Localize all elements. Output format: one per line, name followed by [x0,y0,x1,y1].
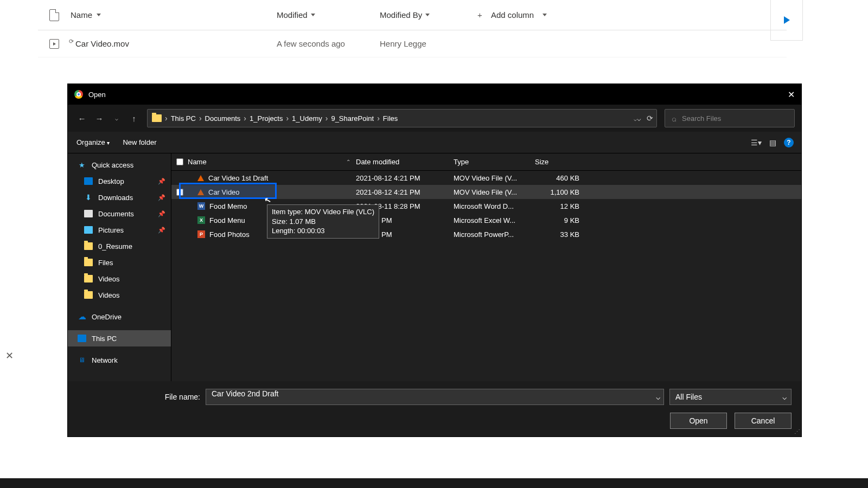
pin-icon: 📌 [158,194,165,201]
pin-icon: 📌 [158,178,165,185]
pc-icon [78,335,86,342]
sidebar-resume[interactable]: 0_Resume [68,238,171,254]
file-row[interactable]: Food Menu 11 8:29 PM Microsoft Excel W..… [171,213,801,227]
folder-icon [84,242,93,250]
close-button[interactable]: ✕ [788,89,795,100]
column-name[interactable]: Name⌃ [188,158,356,166]
sharepoint-column-headers: Name Modified Modified By + Add column [38,0,787,30]
column-size[interactable]: Size [535,158,584,166]
select-all-checkbox[interactable] [176,158,183,165]
taskbar[interactable] [0,478,868,488]
sidebar-videos[interactable]: Videos [68,271,171,287]
back-button[interactable] [74,111,90,126]
view-options-button[interactable]: ☰▾ [751,138,762,147]
sidebar-videos[interactable]: Videos [68,287,171,303]
sidebar-files[interactable]: Files [68,254,171,271]
column-date[interactable]: Date modified [356,158,454,166]
network-icon [78,356,86,364]
breadcrumb-item[interactable]: 1_Udemy [292,114,322,123]
folder-icon [84,259,93,266]
column-name[interactable]: Name [71,10,277,20]
chevron-down-icon [425,14,430,16]
cloud-icon [78,313,86,320]
file-icon [49,9,59,21]
sidebar-desktop[interactable]: Desktop📌 [68,173,171,189]
sync-icon: ⟳ [69,38,74,44]
chrome-icon [74,90,83,99]
sidebar-downloads[interactable]: Downloads📌 [68,189,171,206]
open-button[interactable]: Open [670,413,727,429]
play-button[interactable] [770,0,803,41]
vlc-icon [197,175,204,181]
column-modified[interactable]: Modified [277,10,380,20]
chevron-down-icon[interactable]: ⌵ [656,393,660,401]
chevron-down-icon [97,14,101,16]
titlebar: Open ✕ [68,84,801,105]
breadcrumb-item[interactable]: Documents [205,114,241,123]
chevron-down-icon [542,14,547,16]
file-row[interactable]: Car Video 1st Draft 2021-08-12 4:21 PM M… [171,171,801,185]
filename-input[interactable]: Car Video 2nd Draft⌵ [206,389,664,405]
search-input[interactable]: Search Files [665,109,795,127]
column-modified-by[interactable]: Modified By [380,10,477,20]
column-headers: Name⌃ Date modified Type Size [171,153,801,171]
sharepoint-list: Name Modified Modified By + Add column ⟳… [38,0,787,57]
file-list: Name⌃ Date modified Type Size Car Video … [171,153,801,381]
folder-icon [84,291,93,299]
dialog-title: Open [88,91,106,99]
breadcrumb-item[interactable]: 9_SharePoint [331,114,374,123]
file-filter-dropdown[interactable]: All Files⌵ [669,389,792,405]
column-type[interactable]: Type [454,158,535,166]
sidebar-this-pc[interactable]: This PC [68,330,171,346]
star-icon [78,161,86,169]
word-icon [197,202,205,210]
row-checkbox[interactable] [176,189,183,196]
breadcrumb-item[interactable]: 1_Projects [250,114,283,123]
new-folder-button[interactable]: New folder [123,138,156,146]
add-column-button[interactable]: + Add column [477,10,547,20]
forward-button[interactable] [92,111,107,126]
breadcrumb[interactable]: This PC Documents 1_Projects 1_Udemy 9_S… [147,109,657,127]
download-icon [84,194,93,201]
chevron-down-icon [311,14,315,16]
file-row[interactable]: Car Video 2021-08-12 4:21 PM MOV Video F… [171,185,801,199]
document-icon [84,210,93,217]
file-row[interactable]: Food Photos 11 8:29 PM Microsoft PowerP.… [171,227,801,241]
sidebar-network[interactable]: Network [68,352,171,368]
pin-icon: 📌 [158,210,165,217]
toolbar: Organize ▾ New folder ☰▾ ▤ ? [68,132,801,153]
refresh-button[interactable] [647,114,653,123]
chevron-down-icon: ⌵ [782,393,787,401]
up-button[interactable] [126,111,142,126]
file-tooltip: Item type: MOV Video File (VLC) Size: 1.… [267,204,379,239]
preview-pane-button[interactable]: ▤ [769,138,776,147]
filename-label: File name: [165,393,200,401]
file-row[interactable]: Food Memo 2021-08-11 8:28 PM Microsoft W… [171,199,801,213]
pictures-icon [84,226,93,234]
close-panel-button[interactable]: ✕ [5,350,14,362]
sidebar-onedrive[interactable]: OneDrive [68,309,171,325]
cancel-button[interactable]: Cancel [735,413,792,429]
sidebar-documents[interactable]: Documents📌 [68,206,171,222]
history-dropdown[interactable] [109,111,124,126]
sidebar: Quick access Desktop📌 Downloads📌 Documen… [68,153,171,381]
file-row[interactable]: ⟳Car Video.mov A few seconds ago Henry L… [38,30,787,57]
search-icon [672,114,676,123]
help-button[interactable]: ? [784,138,794,147]
organize-button[interactable]: Organize ▾ [76,138,110,146]
video-file-icon [49,39,59,49]
file-modified-by: Henry Legge [380,39,477,48]
breadcrumb-item[interactable]: Files [383,114,398,123]
desktop-icon [84,177,93,185]
file-open-dialog: Open ✕ This PC Documents 1_Projects 1_Ud… [68,84,801,436]
nav-row: This PC Documents 1_Projects 1_Udemy 9_S… [68,105,801,132]
chevron-down-icon[interactable]: ⌵ [634,114,641,123]
play-icon [784,16,790,24]
folder-icon [84,275,93,282]
resize-grip[interactable]: ⋰ [794,428,800,435]
sidebar-quick-access[interactable]: Quick access [68,157,171,173]
file-modified: A few seconds ago [277,39,380,48]
sidebar-pictures[interactable]: Pictures📌 [68,222,171,238]
breadcrumb-item[interactable]: This PC [171,114,196,123]
pin-icon: 📌 [158,227,165,234]
